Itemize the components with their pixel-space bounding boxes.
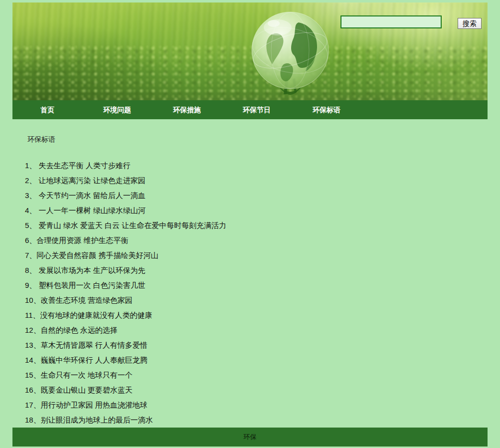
page-title: 环保标语 (27, 135, 488, 143)
slogan-list: 1、 失去生态平衡 人类寸步难行 2、 让地球远离污染 让绿色走进家园 3、 今… (12, 158, 488, 428)
glass-globe-icon (251, 8, 330, 96)
slogan-item-11: 11、没有地球的健康就没有人类的健康 (25, 308, 488, 323)
slogan-item-4: 4、 一人一年一棵树 绿山绿水绿山河 (25, 203, 488, 218)
slogan-item-1: 1、 失去生态平衡 人类寸步难行 (25, 158, 488, 173)
main-content: 环保标语 1、 失去生态平衡 人类寸步难行 2、 让地球远离污染 让绿色走进家园… (12, 119, 488, 428)
slogan-item-15: 15、生命只有一次 地球只有一个 (25, 368, 488, 383)
slogan-item-3: 3、 今天节约一滴水 留给后人一滴血 (25, 188, 488, 203)
search-input[interactable] (340, 15, 442, 28)
slogan-item-7: 7、同心关爱自然容颜 携手描绘美好河山 (25, 248, 488, 263)
slogan-item-8: 8、 发展以市场为本 生产以环保为先 (25, 263, 488, 278)
search-button[interactable]: 搜索 (458, 18, 482, 29)
banner-image: 搜索 (12, 2, 488, 100)
page-container: 搜索 首页 环境问题 环保措施 环保节日 环保标语 环保标语 1、 失去生态平衡… (12, 2, 488, 447)
slogan-item-9: 9、 塑料包装用一次 白色污染害几世 (25, 278, 488, 293)
slogan-item-17: 17、用行动护卫家园 用热血浇灌地球 (25, 398, 488, 413)
slogan-item-14: 14、巍巍中华环保行 人人奉献巨龙腾 (25, 353, 488, 368)
slogan-item-13: 13、草木无情皆愿翠 行人有情多爱惜 (25, 338, 488, 353)
nav-item-environment-issues[interactable]: 环境问题 (82, 100, 152, 119)
nav-item-home[interactable]: 首页 (12, 100, 82, 119)
footer-label: 环保 (244, 433, 257, 441)
nav-item-eco-slogans[interactable]: 环保标语 (292, 100, 361, 119)
slogan-item-10: 10、改善生态环境 营造绿色家园 (25, 293, 488, 308)
nav-item-protection-measures[interactable]: 环保措施 (152, 100, 222, 119)
slogan-item-5: 5、 爱青山 绿水 爱蓝天 白云 让生命在爱中每时每刻充满活力 (25, 218, 488, 233)
footer: 环保 (12, 428, 488, 447)
slogan-item-12: 12、自然的绿色 永远的选择 (25, 323, 488, 338)
slogan-item-2: 2、 让地球远离污染 让绿色走进家园 (25, 173, 488, 188)
main-nav: 首页 环境问题 环保措施 环保节日 环保标语 (12, 100, 488, 119)
nav-item-eco-festivals[interactable]: 环保节日 (222, 100, 292, 119)
slogan-item-6: 6、合理使用资源 维护生态平衡 (25, 233, 488, 248)
slogan-item-16: 16、既要金山银山 更要碧水蓝天 (25, 383, 488, 398)
slogan-item-18: 18、别让眼泪成为地球上的最后一滴水 (25, 413, 488, 428)
